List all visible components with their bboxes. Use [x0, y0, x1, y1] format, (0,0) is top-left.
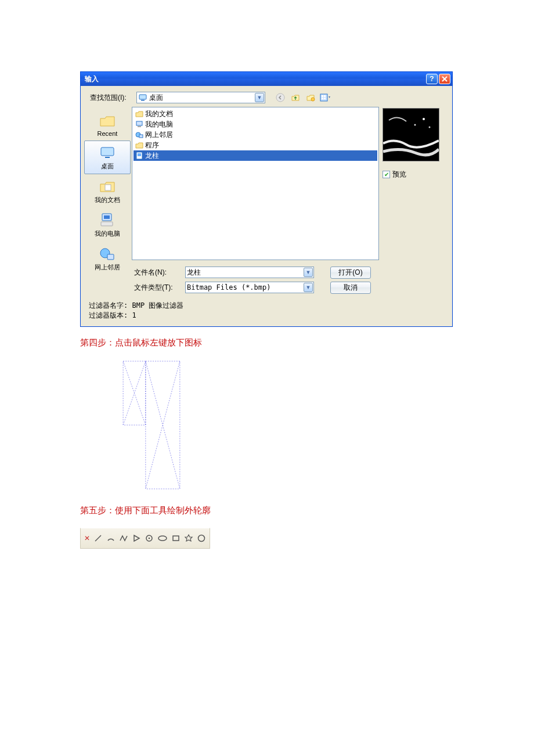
- look-in-value: 桌面: [149, 93, 255, 103]
- svg-rect-17: [136, 121, 142, 125]
- svg-rect-9: [101, 147, 114, 156]
- filetype-combo[interactable]: Bitmap Files (*.bmp) ▼: [185, 282, 314, 293]
- delete-tool-icon[interactable]: ✕: [84, 533, 90, 543]
- places-bar: Recent 桌面 我的文档 我的电脑: [84, 107, 131, 295]
- svg-point-3: [311, 98, 315, 101]
- filetype-value: Bitmap Files (*.bmp): [187, 283, 304, 291]
- help-button[interactable]: ?: [426, 74, 438, 84]
- chevron-down-icon[interactable]: ▼: [255, 93, 264, 102]
- circle-dot-tool-icon[interactable]: [145, 533, 154, 543]
- open-button[interactable]: 打开(O): [330, 267, 371, 279]
- list-item[interactable]: 我的文档: [134, 109, 377, 119]
- folder-recent-icon: [98, 111, 117, 130]
- polyline-tool-icon[interactable]: [119, 533, 128, 543]
- svg-rect-22: [138, 153, 141, 156]
- filetype-label: 文件类型(T):: [132, 283, 185, 293]
- network-icon: [135, 130, 144, 139]
- places-label: Recent: [98, 130, 118, 137]
- svg-rect-0: [139, 95, 146, 99]
- step4-text: 第四步：点击鼠标左键放下图标: [80, 337, 454, 348]
- list-item[interactable]: 网上邻居: [134, 129, 377, 140]
- look-in-label: 查找范围(I):: [90, 93, 133, 103]
- new-folder-icon[interactable]: [305, 92, 316, 103]
- step5-text: 第五步：使用下面工具绘制外轮廓: [80, 505, 454, 516]
- desktop-icon: [138, 93, 147, 102]
- svg-rect-7: [322, 98, 323, 99]
- cancel-button[interactable]: 取消: [330, 282, 371, 294]
- svg-point-35: [149, 538, 150, 539]
- filename-combo[interactable]: 龙柱 ▼: [185, 267, 314, 278]
- places-my-documents[interactable]: 我的文档: [84, 174, 131, 208]
- places-label: 我的电脑: [95, 229, 120, 238]
- list-item-label: 龙柱: [145, 151, 159, 161]
- file-listing[interactable]: 我的文档 我的电脑 网上邻居 程序: [132, 107, 379, 260]
- list-item[interactable]: 程序: [134, 140, 377, 150]
- svg-point-2: [276, 93, 284, 102]
- svg-point-25: [414, 124, 416, 126]
- close-button[interactable]: [439, 74, 450, 84]
- svg-rect-11: [105, 185, 111, 190]
- rectangle-tool-icon[interactable]: [171, 533, 181, 543]
- close-icon: [442, 76, 448, 82]
- svg-rect-10: [105, 157, 110, 158]
- list-item-label: 程序: [145, 141, 159, 150]
- svg-rect-13: [104, 215, 110, 219]
- up-one-level-icon[interactable]: [290, 92, 301, 103]
- filter-info: 过滤器名字: BMP 图像过滤器 过滤器版本: 1: [81, 295, 452, 326]
- chevron-down-icon[interactable]: ▼: [304, 268, 313, 277]
- desktop-icon: [98, 143, 117, 162]
- list-item-label: 我的电脑: [145, 120, 173, 129]
- svg-rect-20: [139, 135, 143, 138]
- filename-label: 文件名(N):: [132, 268, 185, 278]
- places-label: 桌面: [101, 162, 114, 171]
- title-bar[interactable]: 输入 ?: [81, 72, 452, 86]
- polygon-play-tool-icon[interactable]: [132, 533, 141, 543]
- svg-rect-37: [173, 536, 179, 541]
- back-icon[interactable]: [275, 92, 286, 103]
- star-tool-icon[interactable]: [184, 533, 193, 543]
- svg-rect-18: [138, 126, 141, 127]
- preview-checkbox[interactable]: ✔: [383, 171, 390, 178]
- svg-rect-6: [324, 95, 326, 97]
- preview-label: 预览: [392, 170, 406, 179]
- svg-rect-16: [107, 254, 114, 260]
- look-in-combo[interactable]: 桌面 ▼: [136, 92, 265, 103]
- places-network[interactable]: 网上邻居: [84, 242, 131, 275]
- list-item-label: 网上邻居: [145, 130, 173, 140]
- file-open-dialog: 输入 ? 查找范围(I): 桌面 ▼: [80, 71, 453, 327]
- computer-icon: [135, 120, 144, 129]
- places-label: 网上邻居: [95, 263, 120, 272]
- window-title: 输入: [85, 74, 425, 84]
- places-label: 我的文档: [95, 196, 120, 204]
- view-menu-icon[interactable]: [320, 92, 331, 103]
- chevron-down-icon[interactable]: ▼: [304, 283, 313, 292]
- svg-point-36: [158, 536, 167, 541]
- list-item-label: 我的文档: [145, 109, 173, 119]
- my-computer-icon: [98, 211, 117, 229]
- circle-tool-icon[interactable]: [197, 533, 206, 543]
- arc-tool-icon[interactable]: [106, 533, 116, 543]
- svg-point-38: [199, 535, 205, 542]
- preview-thumbnail: [383, 108, 439, 161]
- svg-rect-14: [101, 222, 113, 226]
- places-recent[interactable]: Recent: [84, 109, 131, 141]
- svg-rect-8: [324, 98, 326, 99]
- drawing-toolbar: ✕: [80, 528, 210, 549]
- list-item[interactable]: 我的电脑: [134, 119, 377, 129]
- folder-icon: [135, 141, 144, 150]
- places-desktop[interactable]: 桌面: [84, 141, 131, 174]
- svg-point-24: [423, 118, 425, 120]
- placement-wireframe: [107, 360, 196, 490]
- svg-rect-5: [322, 95, 323, 97]
- folder-icon: [135, 109, 144, 118]
- svg-line-33: [95, 535, 101, 541]
- line-tool-icon[interactable]: [93, 533, 103, 543]
- network-places-icon: [98, 244, 117, 263]
- svg-point-26: [429, 127, 431, 128]
- svg-rect-1: [141, 100, 145, 101]
- ellipse-tool-icon[interactable]: [157, 533, 168, 543]
- bmp-file-icon: [135, 151, 144, 160]
- places-my-computer[interactable]: 我的电脑: [84, 208, 131, 242]
- list-item[interactable]: 龙柱: [134, 150, 377, 161]
- filename-value: 龙柱: [187, 268, 304, 278]
